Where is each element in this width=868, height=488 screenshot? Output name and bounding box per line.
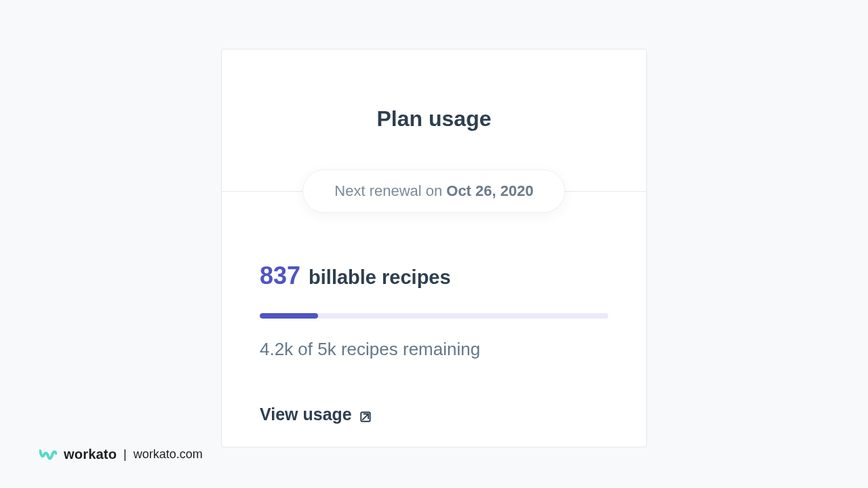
plan-usage-card: Plan usage Next renewal on Oct 26, 2020 …	[221, 49, 647, 447]
usage-progress-bar	[260, 313, 608, 319]
usage-headline: 837 billable recipes	[260, 262, 608, 290]
view-usage-label: View usage	[260, 405, 352, 424]
usage-label: billable recipes	[309, 266, 451, 289]
renewal-prefix: Next renewal on	[334, 182, 442, 200]
workato-logo-icon	[39, 448, 57, 462]
card-title: Plan usage	[222, 106, 646, 131]
usage-count: 837	[260, 262, 300, 290]
renewal-date: Oct 26, 2020	[446, 182, 533, 200]
brand-name: workato	[64, 447, 117, 462]
renewal-pill: Next renewal on Oct 26, 2020	[302, 169, 565, 213]
footer-separator: |	[123, 447, 127, 462]
usage-progress-fill	[260, 313, 318, 319]
brand-domain: workato.com	[134, 447, 203, 462]
renewal-row: Next renewal on Oct 26, 2020	[222, 169, 646, 213]
external-link-icon	[359, 408, 372, 422]
usage-block: 837 billable recipes 4.2k of 5k recipes …	[260, 262, 608, 424]
footer-branding: workato | workato.com	[39, 447, 203, 462]
remaining-text: 4.2k of 5k recipes remaining	[260, 339, 608, 360]
view-usage-link[interactable]: View usage	[260, 405, 372, 424]
